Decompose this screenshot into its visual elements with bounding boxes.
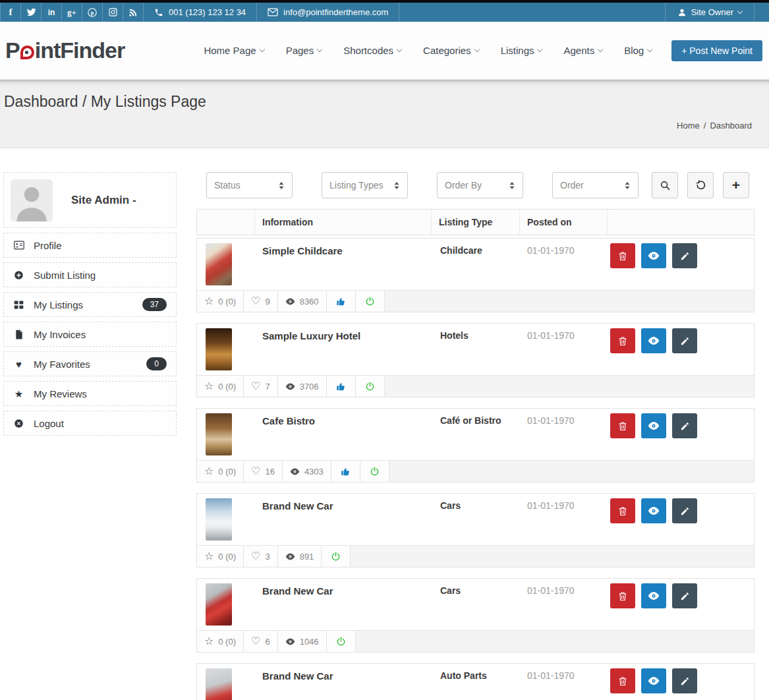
eye-icon xyxy=(648,421,660,430)
delete-button[interactable] xyxy=(610,243,635,268)
add-button[interactable]: + xyxy=(723,172,749,198)
thumbs-up-icon[interactable] xyxy=(327,291,356,312)
nav-listings[interactable]: Listings xyxy=(501,45,542,56)
twitter-icon[interactable] xyxy=(21,3,42,22)
dashboard-sidebar: Site Admin - Profile Submit Listing My L… xyxy=(3,172,177,700)
listing-title[interactable]: Sample Luxury Hotel xyxy=(262,330,360,341)
listing-thumbnail[interactable] xyxy=(206,498,232,540)
preview-button[interactable] xyxy=(641,583,666,608)
sidebar-item-my-favorites[interactable]: ♥ My Favorites 0 xyxy=(3,351,177,376)
listing-title[interactable]: Brand New Car xyxy=(262,585,333,597)
listings-count-badge: 37 xyxy=(142,298,167,311)
chevron-down-icon xyxy=(259,46,264,51)
search-button[interactable] xyxy=(652,172,678,198)
topbar-email[interactable]: info@pointfindertheme.com xyxy=(257,3,399,22)
envelope-icon xyxy=(268,8,278,16)
nav-blog[interactable]: Blog xyxy=(624,45,652,56)
chevron-down-icon xyxy=(474,46,479,51)
preview-button[interactable] xyxy=(641,328,666,353)
nav-home-page[interactable]: Home Page xyxy=(204,45,264,56)
listing-title[interactable]: Brand New Car xyxy=(262,670,333,682)
views-eye-icon xyxy=(285,638,295,645)
listing-title[interactable]: Cafe Bistro xyxy=(262,415,315,426)
linkedin-icon[interactable]: in xyxy=(42,3,62,22)
sidebar-item-logout[interactable]: Logout xyxy=(3,411,177,436)
listing-stats: ☆0 (0) ♡6 1046 xyxy=(197,630,754,652)
listing-stats: ☆0 (0) ♡16 4303 xyxy=(197,460,754,482)
rss-icon[interactable] xyxy=(123,3,144,22)
trash-icon xyxy=(617,591,628,602)
sidebar-item-submit-listing[interactable]: Submit Listing xyxy=(3,262,177,287)
edit-button[interactable] xyxy=(672,328,697,353)
thumbs-up-icon[interactable] xyxy=(331,461,360,482)
status-power-icon[interactable] xyxy=(322,546,351,567)
status-power-icon[interactable] xyxy=(356,291,385,312)
pinterest-icon[interactable]: p xyxy=(82,3,103,22)
sidebar-item-profile[interactable]: Profile xyxy=(3,233,177,258)
listing-thumbnail[interactable] xyxy=(206,328,232,370)
chevron-down-icon xyxy=(537,46,542,51)
sidebar-item-my-listings[interactable]: My Listings 37 xyxy=(3,292,177,317)
status-power-icon[interactable] xyxy=(360,461,389,482)
listing-thumbnail[interactable] xyxy=(206,668,232,700)
likes-stat: ♡16 xyxy=(244,461,283,482)
sidebar-item-my-invoices[interactable]: My Invoices xyxy=(3,322,177,347)
updown-arrows-icon xyxy=(624,181,631,190)
delete-button[interactable] xyxy=(610,413,635,438)
likes-stat: ♡7 xyxy=(244,376,278,397)
chevron-down-icon xyxy=(397,46,402,51)
eye-icon xyxy=(648,676,660,685)
pencil-icon xyxy=(680,336,690,346)
post-new-point-button[interactable]: + Post New Point xyxy=(671,40,762,61)
col-posted-on: Posted on xyxy=(520,210,608,235)
account-menu[interactable]: Site Owner xyxy=(666,3,755,22)
edit-button[interactable] xyxy=(672,243,697,268)
status-select[interactable]: Status xyxy=(206,172,293,198)
breadcrumb-dashboard[interactable]: Dashboard xyxy=(710,121,752,131)
sidebar-item-my-reviews[interactable]: ★ My Reviews xyxy=(3,381,177,406)
edit-button[interactable] xyxy=(672,498,697,523)
site-logo[interactable]: PintFinder xyxy=(5,38,125,63)
listing-thumbnail[interactable] xyxy=(206,413,232,455)
order-select[interactable]: Order xyxy=(552,172,639,198)
nav-pages[interactable]: Pages xyxy=(286,45,322,56)
star-icon: ★ xyxy=(13,389,24,399)
listing-row: Sample Luxury Hotel Hotels 01-01-1970 ☆0… xyxy=(196,323,755,397)
logout-icon xyxy=(13,419,24,428)
nav-agents[interactable]: Agents xyxy=(563,45,602,56)
listing-thumbnail[interactable] xyxy=(206,243,232,285)
google-plus-icon[interactable]: g+ xyxy=(62,3,82,22)
search-icon xyxy=(660,180,671,191)
topbar-phone: 001 (123) 123 12 34 xyxy=(144,3,257,22)
listing-thumbnail[interactable] xyxy=(206,583,232,626)
listing-type: Cars xyxy=(432,494,520,545)
delete-button[interactable] xyxy=(610,583,635,608)
nav-categories[interactable]: Categories xyxy=(423,45,479,56)
preview-button[interactable] xyxy=(641,243,666,268)
preview-button[interactable] xyxy=(641,668,666,693)
preview-button[interactable] xyxy=(641,413,666,438)
views-eye-icon xyxy=(285,383,295,390)
instagram-icon[interactable] xyxy=(103,3,123,22)
thumbs-up-icon[interactable] xyxy=(327,376,356,397)
chevron-down-icon xyxy=(647,46,652,51)
edit-button[interactable] xyxy=(672,668,697,693)
listing-title[interactable]: Simple Childcare xyxy=(262,245,343,256)
refresh-button[interactable] xyxy=(687,172,714,198)
edit-button[interactable] xyxy=(672,583,697,608)
listing-title[interactable]: Brand New Car xyxy=(262,500,333,511)
delete-button[interactable] xyxy=(610,498,635,523)
breadcrumb-home[interactable]: Home xyxy=(677,121,700,131)
listing-types-select[interactable]: Listing Types xyxy=(322,172,408,198)
preview-button[interactable] xyxy=(641,498,666,523)
delete-button[interactable] xyxy=(610,668,635,693)
status-power-icon[interactable] xyxy=(356,376,385,397)
status-power-icon[interactable] xyxy=(327,631,356,652)
pencil-icon xyxy=(680,506,690,516)
order-by-select[interactable]: Order By xyxy=(437,172,523,198)
edit-button[interactable] xyxy=(672,413,697,438)
facebook-icon[interactable]: f xyxy=(1,3,21,22)
delete-button[interactable] xyxy=(610,328,635,353)
page-title: Dashboard / My Listings Page xyxy=(4,93,753,111)
nav-shortcodes[interactable]: Shortcodes xyxy=(343,45,401,56)
